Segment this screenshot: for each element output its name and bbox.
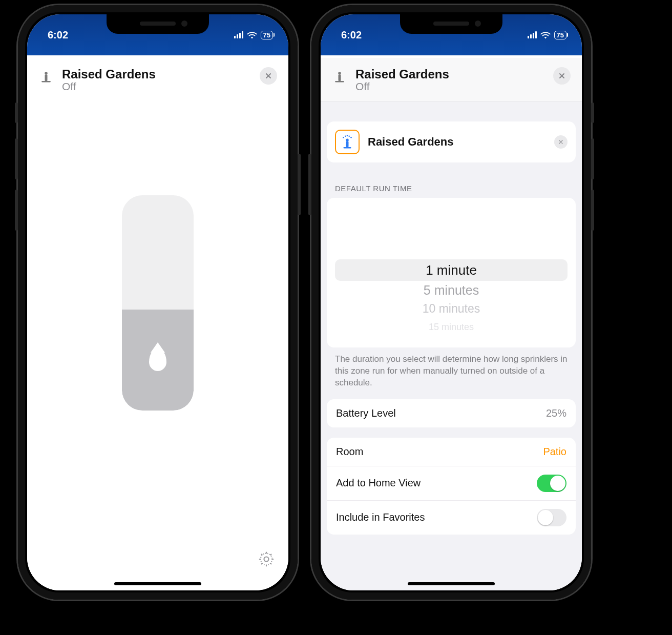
tile-clear-button[interactable]: [554, 135, 568, 149]
accessory-title: Raised Gardens: [355, 67, 545, 81]
svg-point-11: [350, 137, 352, 138]
svg-point-10: [343, 137, 344, 138]
cellular-icon: [528, 31, 537, 38]
accessory-settings-card: Raised Gardens Off Raised Gardens: [321, 58, 582, 590]
svg-point-14: [347, 135, 348, 136]
svg-rect-15: [344, 147, 351, 149]
battery-value: 25%: [546, 407, 566, 419]
picker-selected[interactable]: 1 minute: [335, 259, 568, 281]
sprinkler-color-icon: [335, 130, 360, 154]
home-view-toggle[interactable]: [537, 475, 566, 492]
home-indicator[interactable]: [114, 582, 201, 585]
accessory-tile[interactable]: Raised Gardens: [327, 121, 576, 162]
accessory-title: Raised Gardens: [62, 67, 251, 81]
favorites-toggle[interactable]: [537, 509, 566, 526]
notch: [400, 14, 502, 34]
home-indicator[interactable]: [408, 582, 495, 585]
card-header: Raised Gardens Off: [27, 58, 288, 101]
svg-point-12: [345, 136, 346, 137]
options-row-card: Room Patio Add to Home View Include in F…: [327, 438, 576, 535]
sprinkler-icon: [332, 68, 347, 84]
settings-gear-button[interactable]: [258, 550, 275, 570]
screen-left: 6:02 75 Raised Gardens Off: [27, 14, 288, 590]
card-header: Raised Gardens Off: [321, 58, 582, 101]
svg-rect-5: [339, 75, 341, 81]
room-label: Room: [336, 446, 363, 458]
room-row[interactable]: Room Patio: [327, 438, 576, 466]
svg-rect-2: [41, 81, 51, 83]
close-button[interactable]: [260, 67, 277, 85]
battery-row-card: Battery Level 25%: [327, 399, 576, 427]
home-view-row: Add to Home View: [327, 466, 576, 500]
svg-rect-7: [335, 81, 344, 83]
room-value: Patio: [543, 446, 566, 458]
battery-row: Battery Level 25%: [327, 399, 576, 427]
svg-point-1: [45, 72, 48, 75]
wifi-icon: [540, 31, 551, 39]
svg-rect-0: [45, 75, 48, 81]
battery-label: Battery Level: [336, 407, 396, 419]
section-default-run-time: DEFAULT RUN TIME: [335, 184, 568, 193]
wifi-icon: [246, 31, 258, 39]
tile-title: Raised Gardens: [368, 135, 546, 149]
status-time: 6:02: [48, 29, 68, 41]
valve-slider[interactable]: [122, 195, 194, 411]
svg-point-13: [349, 136, 350, 137]
picker-option[interactable]: 15 minutes: [335, 318, 568, 336]
status-time: 6:02: [341, 29, 362, 41]
close-button[interactable]: [553, 67, 571, 85]
svg-rect-8: [346, 141, 349, 147]
svg-point-3: [264, 557, 268, 561]
favorites-label: Include in Favorites: [336, 511, 425, 523]
picker-option[interactable]: 10 minutes: [335, 299, 568, 318]
sprinkler-icon: [38, 68, 54, 84]
run-time-help-text: The duration you select will determine h…: [335, 354, 568, 389]
svg-point-9: [346, 139, 349, 142]
accessory-status: Off: [355, 80, 545, 93]
accessory-status: Off: [62, 80, 251, 93]
favorites-row: Include in Favorites: [327, 500, 576, 535]
phone-frame-right: 6:02 75 Raised Gardens Off: [311, 5, 591, 600]
run-time-picker[interactable]: 1 minute 5 minutes 10 minutes 15 minutes: [327, 198, 576, 347]
battery-icon: 75: [554, 31, 566, 39]
battery-icon: 75: [261, 31, 273, 39]
phone-frame-left: 6:02 75 Raised Gardens Off: [18, 5, 298, 600]
picker-option[interactable]: 5 minutes: [335, 281, 568, 299]
settings-scroll[interactable]: Raised Gardens DEFAULT RUN TIME 1 minute…: [321, 112, 582, 590]
cellular-icon: [234, 31, 243, 38]
home-view-label: Add to Home View: [336, 477, 421, 489]
water-drop-icon: [149, 349, 166, 371]
screen-right: 6:02 75 Raised Gardens Off: [321, 14, 582, 590]
notch: [107, 14, 209, 34]
svg-point-6: [338, 72, 341, 75]
accessory-card: Raised Gardens Off: [27, 58, 288, 590]
